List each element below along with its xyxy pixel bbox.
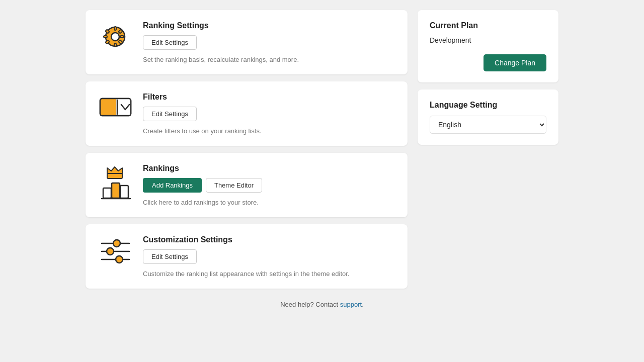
svg-rect-2 bbox=[114, 27, 116, 30]
footer-text: Need help? Contact bbox=[280, 301, 340, 308]
ranking-settings-title: Ranking Settings bbox=[143, 21, 395, 30]
filters-edit-button[interactable]: Edit Settings bbox=[143, 107, 197, 121]
rankings-icon bbox=[98, 166, 133, 201]
svg-point-25 bbox=[107, 248, 114, 255]
left-column: Ranking Settings Edit Settings Set the r… bbox=[86, 10, 408, 289]
language-setting-card: Language Setting English Spanish French … bbox=[418, 89, 558, 145]
current-plan-card: Current Plan Development Change Plan bbox=[418, 10, 558, 82]
customization-edit-button[interactable]: Edit Settings bbox=[143, 249, 197, 264]
filters-card: Filters Edit Settings Create filters to … bbox=[86, 81, 408, 146]
main-layout: Ranking Settings Edit Settings Set the r… bbox=[86, 10, 558, 289]
customization-body: Customization Settings Edit Settings Cus… bbox=[143, 235, 395, 278]
filters-icon bbox=[98, 95, 133, 120]
change-plan-button[interactable]: Change Plan bbox=[484, 54, 546, 71]
customization-desc: Customize the ranking list appearance wi… bbox=[143, 270, 395, 278]
customization-icon bbox=[98, 237, 133, 265]
filters-desc: Create filters to use on your ranking li… bbox=[143, 127, 395, 135]
customization-title: Customization Settings bbox=[143, 235, 395, 244]
ranking-settings-icon bbox=[98, 23, 133, 53]
svg-rect-18 bbox=[103, 188, 111, 198]
ranking-settings-desc: Set the ranking basis, recalculate ranki… bbox=[143, 56, 395, 63]
filters-title: Filters bbox=[143, 93, 395, 102]
filters-body: Filters Edit Settings Create filters to … bbox=[143, 93, 395, 135]
language-select[interactable]: English Spanish French German Japanese bbox=[430, 116, 546, 134]
rankings-desc: Click here to add rankings to your store… bbox=[143, 199, 395, 206]
support-link[interactable]: support bbox=[340, 301, 362, 308]
language-setting-title: Language Setting bbox=[430, 101, 546, 110]
rankings-title: Rankings bbox=[143, 164, 395, 173]
plan-name: Development bbox=[430, 36, 546, 44]
current-plan-title: Current Plan bbox=[430, 21, 546, 30]
svg-rect-3 bbox=[114, 43, 116, 47]
right-column: Current Plan Development Change Plan Lan… bbox=[418, 10, 558, 289]
svg-rect-11 bbox=[100, 99, 115, 116]
customization-card: Customization Settings Edit Settings Cus… bbox=[86, 224, 408, 289]
ranking-settings-edit-button[interactable]: Edit Settings bbox=[143, 35, 197, 50]
theme-editor-button[interactable]: Theme Editor bbox=[206, 178, 262, 193]
svg-rect-12 bbox=[114, 99, 116, 116]
add-rankings-button[interactable]: Add Rankings bbox=[143, 178, 202, 193]
rankings-body: Rankings Add Rankings Theme Editor Click… bbox=[143, 164, 395, 206]
svg-point-1 bbox=[111, 33, 119, 41]
svg-rect-4 bbox=[104, 36, 107, 38]
footer-suffix: . bbox=[362, 301, 364, 308]
svg-rect-20 bbox=[120, 186, 128, 198]
svg-rect-16 bbox=[107, 173, 122, 178]
svg-rect-5 bbox=[120, 36, 124, 38]
svg-marker-17 bbox=[107, 167, 122, 173]
rankings-card: Rankings Add Rankings Theme Editor Click… bbox=[86, 153, 408, 217]
svg-rect-19 bbox=[112, 183, 120, 198]
svg-point-23 bbox=[113, 240, 120, 247]
svg-point-27 bbox=[116, 256, 123, 263]
ranking-settings-card: Ranking Settings Edit Settings Set the r… bbox=[86, 10, 408, 74]
ranking-settings-body: Ranking Settings Edit Settings Set the r… bbox=[143, 21, 395, 63]
footer: Need help? Contact support. bbox=[280, 301, 364, 308]
